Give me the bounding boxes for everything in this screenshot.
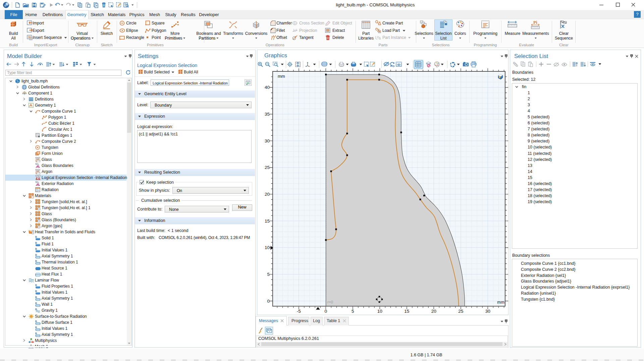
svg-text:20: 20 (265, 192, 270, 197)
svg-text:25: 25 (458, 309, 463, 314)
svg-text:D: D (35, 248, 37, 250)
svg-text:35: 35 (265, 112, 270, 117)
svg-text:Pi: Pi (533, 20, 537, 25)
svg-text:-5: -5 (297, 309, 301, 314)
svg-text:25: 25 (265, 165, 270, 170)
svg-text:15: 15 (265, 219, 270, 224)
svg-text:D: D (35, 284, 37, 286)
svg-text:&&: && (36, 177, 40, 181)
svg-text:r=0: r=0 (327, 300, 333, 304)
svg-text:D: D (35, 296, 37, 298)
svg-text:D: D (35, 254, 37, 256)
svg-text:0: 0 (267, 299, 270, 304)
svg-text:D: D (35, 320, 37, 322)
svg-text:0: 0 (325, 309, 327, 314)
svg-text:D: D (35, 242, 37, 244)
svg-text:5: 5 (267, 272, 270, 277)
svg-text:mm: mm (278, 74, 285, 79)
svg-text:20: 20 (431, 309, 436, 314)
svg-text:10: 10 (265, 245, 270, 250)
svg-text:10: 10 (377, 309, 382, 314)
svg-text:30: 30 (485, 309, 490, 314)
svg-text:D: D (35, 260, 37, 262)
svg-text:15: 15 (404, 309, 409, 314)
svg-text:40: 40 (265, 85, 270, 90)
svg-text:D: D (35, 308, 37, 310)
svg-text:mm: mm (497, 300, 504, 305)
svg-text:D: D (35, 236, 37, 238)
svg-text:30: 30 (265, 138, 270, 143)
svg-text:D: D (35, 302, 37, 304)
svg-text:D: D (35, 290, 37, 292)
svg-text:5: 5 (352, 309, 354, 314)
svg-text:D: D (35, 332, 37, 335)
svg-text:SPECMA: SPECMA (36, 188, 41, 189)
svg-text:D: D (35, 326, 37, 328)
